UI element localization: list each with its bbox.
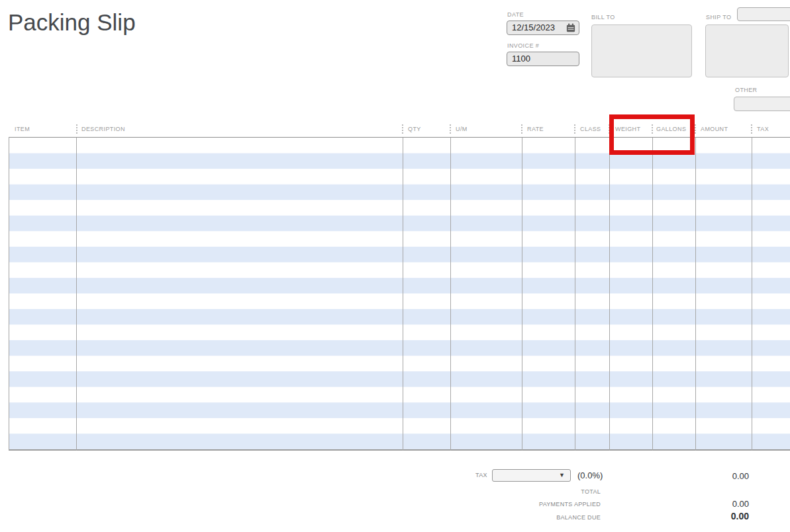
table-grid-line — [609, 138, 610, 451]
column-header-class: CLASS — [580, 126, 601, 132]
other-label: OTHER — [735, 87, 758, 93]
bill-to-label: BILL TO — [591, 14, 615, 21]
date-value: 12/15/2023 — [512, 22, 555, 32]
page-title: Packing Slip — [8, 9, 136, 36]
total-label: TOTAL — [468, 488, 601, 495]
date-input[interactable]: 12/15/2023 — [507, 21, 579, 35]
column-separator — [76, 124, 77, 134]
calendar-icon[interactable] — [566, 23, 575, 32]
table-grid-line — [575, 138, 575, 451]
column-header-description: DESCRIPTION — [81, 126, 125, 132]
bill-to-box[interactable] — [591, 24, 692, 77]
column-header-item: ITEM — [15, 126, 30, 132]
balance-due-amount: 0.00 — [695, 511, 749, 521]
column-separator — [751, 124, 752, 134]
balance-due-label: BALANCE DUE — [468, 514, 601, 521]
weight-gallons-highlight-box — [609, 114, 695, 155]
invoice-label: INVOICE # — [507, 42, 539, 49]
column-header-amount: AMOUNT — [701, 126, 728, 132]
column-separator — [521, 124, 522, 134]
column-separator — [695, 124, 696, 134]
column-header-tax: TAX — [757, 126, 769, 132]
other-input[interactable] — [734, 97, 790, 111]
table-grid-line — [652, 138, 653, 451]
payments-applied-amount: 0.00 — [695, 499, 749, 509]
tax-label: TAX — [475, 472, 487, 478]
date-label: DATE — [507, 11, 524, 18]
table-grid-line — [403, 138, 403, 451]
invoice-input[interactable]: 1100 — [507, 52, 579, 66]
table-grid-line — [450, 138, 451, 451]
column-header-qty: QTY — [408, 126, 421, 132]
ship-to-box[interactable] — [705, 24, 789, 77]
dropdown-arrow-icon: ▼ — [559, 472, 565, 478]
column-header-um: U/M — [456, 126, 468, 132]
column-separator — [574, 124, 575, 134]
ship-to-selector[interactable] — [737, 7, 790, 21]
tax-amount: 0.00 — [695, 471, 749, 481]
column-separator — [402, 124, 403, 134]
column-header-rate: RATE — [527, 126, 544, 132]
payments-applied-label: PAYMENTS APPLIED — [468, 501, 601, 508]
ship-to-label: SHIP TO — [706, 14, 731, 21]
line-items-grid[interactable] — [9, 137, 790, 451]
packing-slip-form: Packing Slip DATE 12/15/2023 INVOICE # 1… — [0, 0, 790, 532]
table-grid-line — [752, 138, 752, 451]
table-grid-line — [695, 138, 696, 451]
tax-dropdown[interactable]: ▼ — [492, 469, 571, 482]
table-grid-line — [522, 138, 522, 451]
table-grid-line — [76, 138, 77, 451]
column-separator — [450, 124, 451, 134]
tax-rate: (0.0%) — [577, 470, 603, 480]
